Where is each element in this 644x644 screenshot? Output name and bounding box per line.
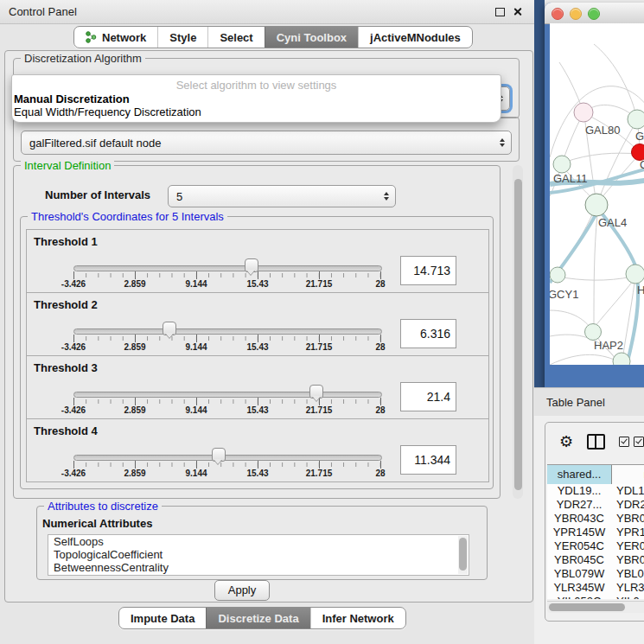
threshold-4-slider[interactable]: -3.426 2.859 9.144 15.43 21.715 28 — [73, 445, 380, 480]
tab-network[interactable]: Network — [74, 27, 157, 48]
tick-label: 9.144 — [185, 342, 207, 352]
tick-label: 15.43 — [246, 405, 268, 415]
table-row[interactable]: YLR345WYLR3 — [547, 581, 644, 595]
tab-discretize-data[interactable]: Discretize Data — [206, 608, 309, 628]
tick-label: 21.715 — [306, 405, 333, 415]
bottom-tabstrip: Impute Data Discretize Data Infer Networ… — [118, 607, 406, 629]
slider-track[interactable] — [73, 265, 382, 271]
table-row[interactable]: YPR145WYPR1 — [547, 526, 644, 539]
slider-thumb[interactable] — [212, 448, 226, 462]
table-horizontal-scrollbar[interactable] — [547, 601, 644, 613]
select-columns-icon[interactable] — [619, 437, 644, 447]
column-header-name[interactable]: na — [612, 465, 644, 484]
tick-label: 2.859 — [124, 405, 145, 415]
number-of-intervals-value: 5 — [169, 190, 384, 203]
threshold-3-card: Threshold 3 -3.426 2.859 9.144 15.43 — [26, 355, 489, 419]
tab-infer-network-label: Infer Network — [322, 612, 394, 625]
threshold-4-label: Threshold 4 — [34, 424, 98, 437]
float-window-icon[interactable] — [495, 8, 505, 16]
table-row[interactable]: YBR045CYBR0 — [547, 553, 644, 567]
numerical-attributes-list[interactable]: SelfLoops TopologicalCoefficient Between… — [48, 534, 469, 576]
slider-thumb[interactable] — [309, 385, 323, 399]
tab-select[interactable]: Select — [207, 27, 264, 48]
tab-style[interactable]: Style — [157, 27, 207, 48]
table-row[interactable]: YDL19...YDL1 — [547, 484, 644, 498]
node-gal80[interactable] — [574, 103, 593, 122]
node-top-right[interactable] — [628, 110, 644, 129]
right-region: GAL80 GA C GAL11 GAL4 GCY1 H HAP2 Table … — [534, 0, 644, 644]
zoom-traffic-light-icon[interactable] — [588, 8, 600, 20]
cyni-toolbox-panel: Discretization Algorithm Table Data galF… — [4, 50, 533, 603]
tick-label: 9.144 — [185, 405, 207, 415]
table-row[interactable]: YDR27...YDR2 — [547, 498, 644, 512]
tab-cyni-toolbox[interactable]: Cyni Toolbox — [265, 27, 358, 48]
node-h[interactable] — [626, 265, 644, 284]
table-data-group: Table Data galFiltered.sif default node — [13, 117, 520, 162]
network-canvas[interactable]: GAL80 GA C GAL11 GAL4 GCY1 H HAP2 — [550, 23, 644, 365]
slider-track[interactable] — [73, 392, 382, 398]
list-item[interactable]: TopologicalCoefficient — [48, 548, 469, 561]
tab-style-label: Style — [169, 31, 196, 44]
slider-thumb[interactable] — [163, 322, 176, 335]
threshold-2-slider[interactable]: -3.426 2.859 9.144 15.43 21.715 28 — [73, 319, 380, 354]
tab-jactivemnodules[interactable]: jActiveMNodules — [358, 27, 472, 48]
algorithm-option-manual[interactable]: Manual Discretization — [12, 92, 501, 105]
tick-label: 28 — [375, 469, 385, 478]
apply-button[interactable]: Apply — [214, 580, 270, 601]
algorithm-dropdown-popup: Select algorithm to view settings Manual… — [11, 74, 501, 123]
table-row[interactable]: YER054CYER0 — [547, 539, 644, 553]
scrollbar-thumb[interactable] — [459, 538, 467, 571]
network-view-window: GAL80 GA C GAL11 GAL4 GCY1 H HAP2 — [545, 3, 644, 387]
slider-thumb[interactable] — [245, 258, 258, 272]
numerical-attributes-label: Numerical Attributes — [42, 517, 152, 530]
algorithm-hint-option[interactable]: Select algorithm to view settings — [12, 75, 501, 92]
threshold-3-slider[interactable]: -3.426 2.859 9.144 15.43 21.715 28 — [73, 382, 380, 417]
close-traffic-light-icon[interactable] — [552, 8, 564, 20]
column-layout-icon[interactable] — [587, 434, 605, 450]
node-gal11[interactable] — [553, 156, 571, 173]
slider-track[interactable] — [73, 455, 382, 461]
tab-impute-data[interactable]: Impute Data — [119, 608, 206, 628]
thresholds-group: Threshold's Coordinates for 5 Intervals … — [20, 216, 494, 489]
list-item[interactable]: BetweennessCentrality — [48, 561, 469, 574]
tab-cyni-toolbox-label: Cyni Toolbox — [277, 31, 347, 44]
tab-network-label: Network — [102, 31, 146, 44]
node-gcy1[interactable] — [550, 267, 565, 283]
threshold-1-label: Threshold 1 — [34, 235, 98, 248]
scrollbar-thumb[interactable] — [549, 603, 625, 611]
node-label-gal4: GAL4 — [598, 216, 627, 229]
table-rows[interactable]: YDL19...YDL1 YDR27...YDR2 YBR043CYBR0 YP… — [547, 484, 644, 599]
table-row[interactable]: YBR043CYBR0 — [547, 512, 644, 526]
node-hap2[interactable] — [585, 324, 602, 341]
tick-label: 15.43 — [246, 279, 268, 289]
threshold-1-slider[interactable]: -3.426 2.859 9.144 15.43 21.715 28 — [73, 256, 380, 290]
column-header-shared-name[interactable]: shared... — [547, 465, 612, 484]
tab-infer-network[interactable]: Infer Network — [310, 608, 405, 628]
threshold-3-value-field[interactable]: 21.4 — [400, 382, 456, 411]
network-nodes[interactable] — [550, 103, 644, 365]
attributes-group-label: Attributes to discretize — [44, 500, 162, 513]
minimize-traffic-light-icon[interactable] — [570, 8, 582, 20]
algorithm-option-equal-width[interactable]: Equal Width/Frequency Discretization — [12, 105, 501, 118]
tick-label: -3.426 — [61, 279, 86, 289]
close-icon[interactable] — [513, 7, 522, 16]
threshold-4-value-field[interactable]: 11.344 — [400, 445, 456, 475]
list-item[interactable]: SelfLoops — [48, 535, 469, 548]
table-data-combobox[interactable]: galFiltered.sif default node — [21, 131, 512, 155]
list-vertical-scrollbar[interactable] — [458, 536, 468, 574]
panel-title: Control Panel — [9, 5, 77, 18]
number-of-intervals-combobox[interactable]: 5 — [168, 185, 396, 207]
table-row[interactable]: YBL079WYBL0 — [547, 567, 644, 581]
scrollbar-thumb[interactable] — [514, 179, 522, 490]
settings-gear-icon[interactable]: ⚙ — [559, 434, 573, 450]
tick-label: 2.859 — [124, 469, 145, 478]
settings-vertical-scrollbar[interactable] — [513, 165, 523, 499]
threshold-2-value-field[interactable]: 6.316 — [400, 319, 456, 348]
threshold-1-value-field[interactable]: 14.713 — [400, 256, 456, 285]
table-row[interactable]: YIL052CYIL0 — [547, 595, 644, 599]
node-gal4[interactable] — [585, 194, 608, 216]
tick-label: -3.426 — [61, 405, 86, 415]
slider-ticks — [73, 336, 381, 341]
slider-track[interactable] — [73, 328, 382, 335]
tick-label: 21.715 — [306, 279, 333, 289]
